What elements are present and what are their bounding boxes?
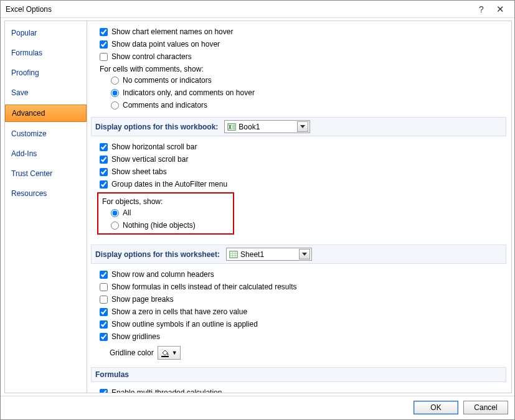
lbl-group-dates: Group dates in the AutoFilter menu <box>111 180 227 189</box>
lbl-hscroll: Show horizontal scroll bar <box>111 142 197 151</box>
chk-group-dates[interactable] <box>100 180 108 189</box>
section-workbook: Display options for this workbook: Book1 <box>91 117 506 136</box>
chk-control-chars[interactable] <box>100 53 108 61</box>
workbook-dropdown[interactable]: Book1 <box>224 120 310 133</box>
close-icon[interactable]: ✕ <box>491 4 509 15</box>
lbl-formulas-in-cells: Show formulas in cells instead of their … <box>111 282 296 291</box>
lbl-datapoint-hover: Show data point values on hover <box>111 40 220 49</box>
chk-gridlines[interactable] <box>100 333 108 341</box>
main-panel: Show chart element names on hover Show d… <box>87 21 512 393</box>
chk-sheet-tabs[interactable] <box>100 168 108 176</box>
svg-rect-9 <box>161 356 169 357</box>
options-scroll[interactable]: Show chart element names on hover Show d… <box>87 21 511 393</box>
sidebar-item-customize[interactable]: Customize <box>5 126 87 142</box>
worksheet-dropdown[interactable]: Sheet1 <box>226 248 312 261</box>
chk-vscroll[interactable] <box>100 156 108 164</box>
ok-button[interactable]: OK <box>413 401 458 414</box>
section-worksheet-title: Display options for this worksheet: <box>95 250 220 259</box>
lbl-chart-hover: Show chart element names on hover <box>111 27 233 36</box>
sidebar-item-trustcenter[interactable]: Trust Center <box>5 166 87 182</box>
gridline-color-picker: Gridline color ▼ <box>110 346 181 360</box>
workbook-dropdown-text: Book1 <box>239 123 295 131</box>
sidebar-item-formulas[interactable]: Formulas <box>5 45 87 61</box>
chk-page-breaks[interactable] <box>100 296 108 304</box>
svg-rect-2 <box>232 126 235 128</box>
chk-zero-value[interactable] <box>100 308 108 316</box>
section-formulas: Formulas <box>91 367 506 382</box>
svg-rect-3 <box>232 128 235 129</box>
lbl-control-chars: Show control characters <box>111 52 192 61</box>
lbl-objects-all: All <box>123 208 131 217</box>
chk-multithread[interactable] <box>100 389 108 393</box>
sidebar-item-popular[interactable]: Popular <box>5 25 87 41</box>
chk-formulas-in-cells[interactable] <box>100 283 108 291</box>
chk-outline-symbols[interactable] <box>100 320 108 329</box>
radio-indicators-only[interactable] <box>111 89 119 97</box>
highlight-objects: For objects, show: All Nothing (hide obj… <box>97 192 234 235</box>
radio-no-comments[interactable] <box>111 77 119 85</box>
worksheet-dropdown-text: Sheet1 <box>240 250 296 259</box>
lbl-row-col-headers: Show row and column headers <box>111 270 214 279</box>
sidebar-item-advanced[interactable]: Advanced <box>5 105 87 122</box>
sidebar: Popular Formulas Proofing Save Advanced … <box>4 21 87 393</box>
radio-objects-nothing[interactable] <box>111 222 119 230</box>
lbl-gridline-color: Gridline color <box>110 348 154 357</box>
lbl-cells-comments: For cells with comments, show: <box>100 65 506 73</box>
excel-sheet-icon <box>229 250 238 259</box>
section-workbook-title: Display options for this workbook: <box>95 123 218 131</box>
lbl-objects-nothing: Nothing (hide objects) <box>123 221 196 230</box>
paint-bucket-icon <box>161 348 169 357</box>
cancel-button[interactable]: Cancel <box>463 401 508 414</box>
chevron-down-icon[interactable] <box>299 249 310 259</box>
svg-rect-4 <box>230 251 237 258</box>
sidebar-item-proofing[interactable]: Proofing <box>5 65 87 81</box>
lbl-indicators-only: Indicators only, and comments on hover <box>123 88 255 97</box>
radio-objects-all[interactable] <box>111 209 119 217</box>
gridline-color-button[interactable]: ▼ <box>158 346 181 360</box>
window-title: Excel Options <box>6 5 52 14</box>
lbl-multithread: Enable multi-threaded calculation <box>111 388 222 393</box>
lbl-outline-symbols: Show outline symbols if an outline is ap… <box>111 320 258 329</box>
sidebar-item-addins[interactable]: Add-Ins <box>5 146 87 162</box>
lbl-comments-indicators: Comments and indicators <box>123 101 207 110</box>
lbl-no-comments: No comments or indicators <box>123 76 212 85</box>
section-worksheet: Display options for this worksheet: Shee… <box>91 245 506 264</box>
lbl-sheet-tabs: Show sheet tabs <box>111 167 167 176</box>
chevron-down-icon[interactable] <box>297 121 308 132</box>
help-icon[interactable]: ? <box>472 4 491 14</box>
lbl-vscroll: Show vertical scroll bar <box>111 155 188 164</box>
chk-row-col-headers[interactable] <box>100 271 108 279</box>
lbl-objects: For objects, show: <box>102 197 196 206</box>
excel-workbook-icon <box>227 123 236 131</box>
lbl-gridlines: Show gridlines <box>111 332 160 341</box>
chk-datapoint-hover[interactable] <box>100 40 108 49</box>
chk-chart-hover[interactable] <box>100 28 108 36</box>
lbl-zero-value: Show a zero in cells that have zero valu… <box>111 307 247 316</box>
sidebar-item-save[interactable]: Save <box>5 85 87 101</box>
chk-hscroll[interactable] <box>100 143 108 151</box>
lbl-page-breaks: Show page breaks <box>111 295 173 304</box>
svg-rect-1 <box>232 124 235 126</box>
footer: OK Cancel <box>1 396 514 419</box>
radio-comments-indicators[interactable] <box>111 101 119 110</box>
section-formulas-title: Formulas <box>95 370 129 379</box>
titlebar: Excel Options ? ✕ <box>1 1 514 18</box>
chevron-down-icon: ▼ <box>172 350 177 356</box>
sidebar-item-resources[interactable]: Resources <box>5 185 87 202</box>
